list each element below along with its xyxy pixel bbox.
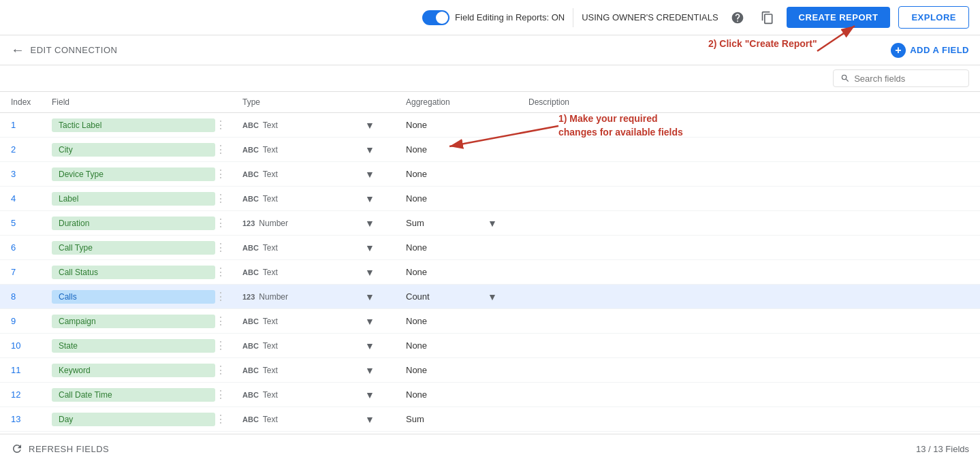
drag-handle-icon[interactable]: ⋮	[215, 167, 242, 180]
drag-handle-icon[interactable]: ⋮	[215, 290, 242, 303]
row-index: 7	[11, 267, 52, 277]
aggregation-cell: None	[406, 389, 488, 400]
col-type: Type	[242, 97, 365, 107]
drag-handle-icon[interactable]: ⋮	[215, 241, 242, 254]
refresh-fields-button[interactable]: REFRESH FIELDS	[11, 443, 109, 455]
drag-handle-icon[interactable]: ⋮	[215, 118, 242, 131]
drag-handle-icon[interactable]: ⋮	[215, 339, 242, 352]
field-tag[interactable]: Day	[52, 413, 215, 426]
type-label: Text	[263, 145, 278, 155]
aggregation-cell: None	[406, 340, 488, 351]
type-dropdown-icon[interactable]: ▼	[365, 120, 406, 131]
col-description: Description	[528, 97, 665, 107]
drag-handle-icon[interactable]: ⋮	[215, 364, 242, 377]
table-row: 1 Tactic Label ⋮ ABC Text ▼ None	[0, 113, 980, 138]
add-field-button[interactable]: + ADD A FIELD	[891, 43, 969, 58]
type-dropdown-icon[interactable]: ▼	[365, 291, 406, 302]
field-tag[interactable]: Device Type	[52, 167, 215, 181]
field-tag[interactable]: Call Status	[52, 266, 215, 279]
drag-handle-icon[interactable]: ⋮	[215, 388, 242, 401]
explore-button[interactable]: EXPLORE	[898, 6, 969, 29]
row-index: 5	[11, 218, 52, 228]
field-tag[interactable]: Campaign	[52, 315, 215, 328]
field-tag[interactable]: Calls	[52, 290, 215, 304]
type-label: Text	[263, 366, 278, 375]
type-dropdown-icon[interactable]: ▼	[365, 316, 406, 327]
table-row: 6 Call Type ⋮ ABC Text ▼ None	[0, 236, 980, 260]
col-agg-chevron	[488, 97, 528, 107]
aggregation-dropdown-icon[interactable]: ▼	[488, 291, 497, 302]
help-icon-button[interactable]	[727, 7, 748, 29]
toggle-label: Field Editing in Reports: ON	[455, 12, 565, 22]
type-dropdown-icon[interactable]: ▼	[365, 193, 406, 204]
type-icon: ABC	[242, 121, 259, 129]
drag-handle-icon[interactable]: ⋮	[215, 315, 242, 328]
table-row: 10 State ⋮ ABC Text ▼ None	[0, 334, 980, 358]
aggregation-dropdown-icon[interactable]: ▼	[488, 218, 528, 229]
type-cell: ABC Text	[242, 390, 365, 400]
drag-handle-icon[interactable]: ⋮	[215, 413, 242, 426]
type-label: Text	[263, 243, 278, 253]
field-tag[interactable]: Call Type	[52, 241, 215, 255]
copy-icon-button[interactable]	[757, 7, 778, 29]
copy-icon	[761, 11, 774, 25]
field-tag[interactable]: State	[52, 339, 215, 353]
type-cell: 123 Number	[242, 219, 365, 228]
field-tag[interactable]: Keyword	[52, 364, 215, 377]
type-dropdown-icon[interactable]: ▼	[365, 340, 406, 351]
drag-handle-icon[interactable]: ⋮	[215, 266, 242, 278]
field-tag[interactable]: City	[52, 143, 215, 157]
type-label: Text	[263, 317, 278, 326]
table-row: 7 Call Status ⋮ ABC Text ▼ None	[0, 260, 980, 285]
col-field: Field	[52, 97, 215, 107]
type-dropdown-icon[interactable]: ▼	[365, 218, 406, 229]
search-box	[833, 69, 969, 87]
type-icon: ABC	[242, 391, 259, 399]
table-row: 4 Label ⋮ ABC Text ▼ None	[0, 187, 980, 211]
aggregation-cell: Sum	[406, 414, 488, 424]
aggregation-cell: None	[406, 267, 488, 277]
credentials-label: USING OWNER'S CREDENTIALS	[582, 12, 718, 22]
drag-handle-icon[interactable]: ⋮	[215, 217, 242, 229]
type-cell: ABC Text	[242, 145, 365, 155]
aggregation-cell: None	[406, 144, 488, 155]
edit-connection-label: EDIT CONNECTION	[31, 45, 118, 55]
back-arrow-icon: ←	[11, 42, 25, 58]
table-row: 3 Device Type ⋮ ABC Text ▼ None	[0, 162, 980, 187]
type-dropdown-icon[interactable]: ▼	[365, 242, 406, 253]
type-dropdown-icon[interactable]: ▼	[365, 169, 406, 180]
table-row: 2 City ⋮ ABC Text ▼ None	[0, 138, 980, 162]
aggregation-dropdown-icon[interactable]: ▼	[488, 291, 528, 302]
table-row: 8 Calls ⋮ 123 Number ▼ Count ▼	[0, 285, 980, 309]
aggregation-cell: None	[406, 169, 488, 179]
create-report-button[interactable]: CREATE REPORT	[787, 7, 891, 28]
field-tag[interactable]: Duration	[52, 217, 215, 230]
drag-handle-icon[interactable]: ⋮	[215, 143, 242, 156]
type-dropdown-icon[interactable]: ▼	[365, 389, 406, 400]
search-input[interactable]	[854, 74, 962, 84]
row-index: 9	[11, 316, 52, 326]
field-editing-toggle[interactable]	[422, 10, 449, 25]
row-index: 2	[11, 144, 52, 155]
row-index: 8	[11, 291, 52, 302]
aggregation-dropdown-icon[interactable]: ▼	[488, 218, 497, 229]
type-cell: ABC Text	[242, 366, 365, 375]
field-tag[interactable]: Tactic Label	[52, 118, 215, 132]
back-nav[interactable]: ← EDIT CONNECTION	[11, 42, 117, 58]
type-icon: ABC	[242, 342, 259, 350]
type-dropdown-icon[interactable]: ▼	[365, 365, 406, 376]
drag-handle-icon[interactable]: ⋮	[215, 192, 242, 205]
type-dropdown-icon[interactable]: ▼	[365, 414, 406, 425]
type-icon: ABC	[242, 195, 259, 203]
type-dropdown-icon[interactable]: ▼	[365, 144, 406, 155]
type-cell: 123 Number	[242, 292, 365, 302]
type-cell: ABC Text	[242, 243, 365, 253]
field-tag[interactable]: Call Date Time	[52, 388, 215, 402]
field-tag[interactable]: Label	[52, 192, 215, 206]
type-dropdown-icon[interactable]: ▼	[365, 267, 406, 278]
row-index: 6	[11, 242, 52, 253]
row-index: 4	[11, 193, 52, 204]
row-index: 3	[11, 169, 52, 179]
type-cell: ABC Text	[242, 194, 365, 204]
col-type-chevron	[365, 97, 406, 107]
